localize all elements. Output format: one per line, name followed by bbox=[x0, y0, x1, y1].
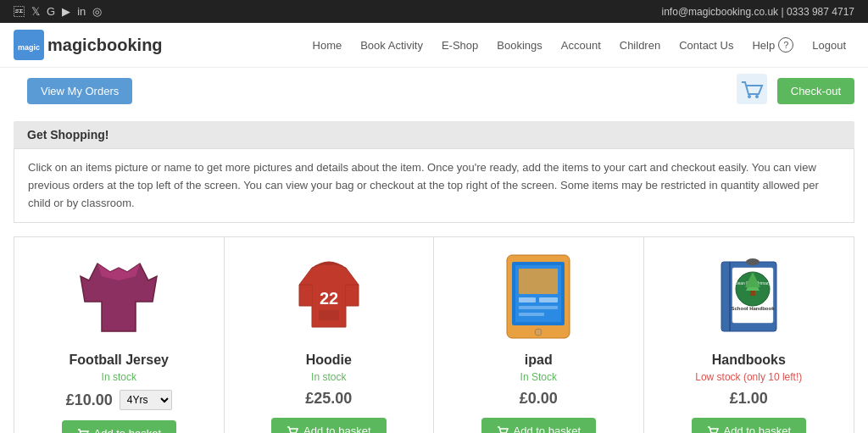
svg-rect-2 bbox=[737, 74, 767, 104]
svg-point-3 bbox=[748, 95, 751, 98]
product-name-hoodie[interactable]: Hoodie bbox=[306, 353, 352, 368]
add-to-basket-handbooks[interactable]: Add to basket bbox=[692, 418, 807, 433]
basket-small-icon-handbooks bbox=[707, 425, 719, 433]
help-circle-icon[interactable]: ? bbox=[778, 37, 793, 53]
logo-text: magicbooking bbox=[47, 36, 163, 55]
logo-area: magic magicbooking bbox=[14, 30, 163, 60]
svg-rect-18 bbox=[519, 297, 536, 303]
svg-rect-21 bbox=[519, 313, 544, 316]
linkedin-icon[interactable]: in bbox=[77, 5, 86, 18]
price-football-jersey: £10.00 bbox=[66, 391, 113, 409]
youtube-icon[interactable]: ▶ bbox=[62, 5, 70, 18]
add-btn-label-ipad: Add to basket bbox=[514, 425, 581, 433]
shopping-title: Get Shopping! bbox=[14, 121, 854, 148]
product-img-football-jersey[interactable] bbox=[68, 251, 170, 344]
svg-rect-10 bbox=[319, 310, 339, 320]
basket-small-icon-hoodie bbox=[287, 425, 298, 433]
logo-icon: magic bbox=[14, 30, 44, 60]
basket-button[interactable] bbox=[737, 74, 767, 109]
main-nav: Home Book Activity E-Shop Bookings Accou… bbox=[304, 32, 854, 58]
nav-help-group: Help ? bbox=[743, 32, 802, 58]
svg-text:School Handbook: School Handbook bbox=[731, 306, 775, 311]
nav-book-activity[interactable]: Book Activity bbox=[352, 34, 431, 57]
price-row-hoodie: £25.00 bbox=[305, 390, 352, 408]
product-name-handbooks[interactable]: Handbooks bbox=[712, 353, 786, 368]
products-grid: Football Jersey In stock £10.00 4Yrs 6Yr… bbox=[14, 236, 854, 433]
add-to-basket-hoodie[interactable]: Add to basket bbox=[271, 418, 387, 433]
stock-football-jersey: In stock bbox=[102, 371, 136, 383]
svg-text:magic: magic bbox=[18, 43, 40, 52]
nav-home[interactable]: Home bbox=[304, 34, 351, 57]
shopping-section: Get Shopping! Click on an items picture … bbox=[0, 121, 868, 223]
view-orders-button[interactable]: View My Orders bbox=[27, 78, 132, 104]
nav-account[interactable]: Account bbox=[553, 34, 609, 57]
product-card-hoodie: 22 Hoodie In stock £25.00 Add to basket bbox=[225, 237, 435, 433]
svg-rect-19 bbox=[539, 297, 558, 303]
svg-point-4 bbox=[755, 95, 759, 98]
basket-icon bbox=[737, 74, 767, 104]
ipad-image bbox=[500, 253, 576, 342]
product-name-ipad[interactable]: ipad bbox=[525, 353, 553, 368]
svg-point-15 bbox=[535, 329, 542, 336]
price-hoodie: £25.00 bbox=[305, 390, 352, 408]
add-btn-label-jersey: Add to basket bbox=[94, 427, 162, 433]
svg-rect-20 bbox=[519, 306, 558, 309]
stock-handbooks: Low stock (only 10 left!) bbox=[695, 371, 802, 383]
svg-text:22: 22 bbox=[320, 289, 338, 308]
add-to-basket-ipad[interactable]: Add to basket bbox=[481, 418, 597, 433]
nav-children[interactable]: Children bbox=[611, 34, 669, 57]
handbooks-image: Dean Park Primary School Handbook bbox=[709, 255, 789, 340]
product-card-ipad: ipad In Stock £0.00 Add to basket bbox=[434, 237, 644, 433]
jersey-image bbox=[72, 255, 165, 340]
nav-logout[interactable]: Logout bbox=[804, 34, 854, 57]
product-card-football-jersey: Football Jersey In stock £10.00 4Yrs 6Yr… bbox=[14, 237, 225, 433]
price-handbooks: £1.00 bbox=[730, 390, 768, 408]
price-row-handbooks: £1.00 bbox=[730, 390, 768, 408]
svg-rect-17 bbox=[519, 269, 558, 294]
add-btn-label-handbooks: Add to basket bbox=[724, 425, 792, 433]
checkout-button[interactable]: Check-out bbox=[777, 78, 854, 104]
stock-ipad: In Stock bbox=[520, 371, 557, 383]
facebook-icon[interactable]:  bbox=[14, 5, 25, 18]
google-icon[interactable]: G bbox=[47, 5, 55, 18]
basket-area: Check-out bbox=[737, 74, 854, 109]
product-card-handbooks: Dean Park Primary School Handbook Handbo… bbox=[644, 237, 854, 433]
basket-small-icon bbox=[77, 428, 89, 433]
add-btn-label-hoodie: Add to basket bbox=[303, 425, 371, 433]
svg-rect-31 bbox=[750, 291, 755, 296]
header: magic magicbooking Home Book Activity E-… bbox=[0, 23, 868, 68]
nav-help[interactable]: Help bbox=[752, 39, 775, 52]
product-img-hoodie[interactable]: 22 bbox=[278, 251, 380, 344]
twitter-icon[interactable]: 𝕏 bbox=[31, 5, 40, 18]
contact-info: info@magicbooking.co.uk | 0333 987 4717 bbox=[662, 6, 854, 18]
top-actions: View My Orders Check-out bbox=[0, 68, 868, 114]
price-ipad: £0.00 bbox=[520, 390, 558, 408]
stock-hoodie: In stock bbox=[311, 371, 346, 383]
product-name-football-jersey[interactable]: Football Jersey bbox=[70, 353, 169, 368]
top-bar:  𝕏 G ▶ in ◎ info@magicbooking.co.uk | 0… bbox=[0, 0, 868, 23]
product-img-ipad[interactable] bbox=[487, 251, 589, 344]
hoodie-image: 22 bbox=[287, 255, 371, 340]
nav-bookings[interactable]: Bookings bbox=[488, 34, 550, 57]
nav-eshop[interactable]: E-Shop bbox=[433, 34, 487, 57]
social-icons-group:  𝕏 G ▶ in ◎ bbox=[14, 5, 102, 18]
price-row-football-jersey: £10.00 4Yrs 6Yrs 8Yrs 10Yrs 12Yrs bbox=[66, 390, 172, 410]
instagram-icon[interactable]: ◎ bbox=[92, 5, 102, 18]
price-row-ipad: £0.00 bbox=[520, 390, 558, 408]
nav-contact-us[interactable]: Contact Us bbox=[670, 34, 742, 57]
product-img-handbooks[interactable]: Dean Park Primary School Handbook bbox=[698, 251, 799, 344]
basket-small-icon-ipad bbox=[497, 425, 509, 433]
add-to-basket-football-jersey[interactable]: Add to basket bbox=[62, 420, 177, 433]
shopping-description: Click on an items picture or name to get… bbox=[14, 148, 854, 223]
size-select-football-jersey[interactable]: 4Yrs 6Yrs 8Yrs 10Yrs 12Yrs bbox=[120, 390, 172, 410]
svg-point-33 bbox=[746, 258, 760, 265]
